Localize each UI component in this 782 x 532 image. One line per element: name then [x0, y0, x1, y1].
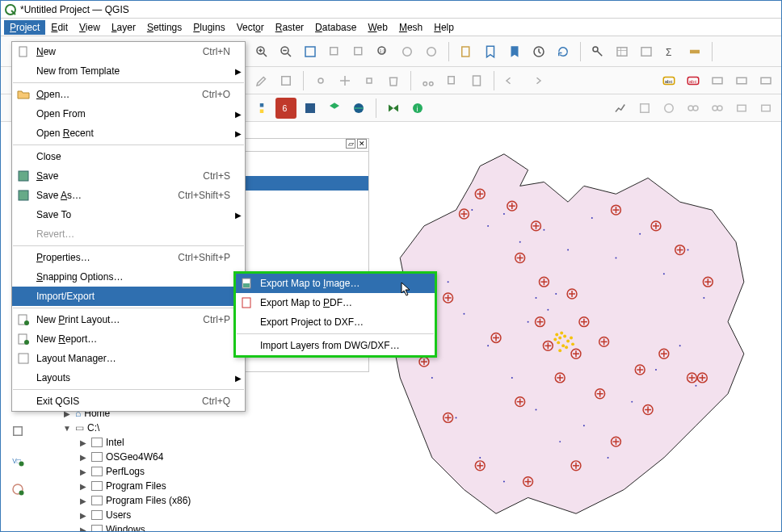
browser-pf[interactable]: ▶Program Files	[54, 479, 361, 493]
plugin-green-icon[interactable]	[324, 98, 345, 119]
identify-icon[interactable]	[587, 41, 608, 62]
measure-icon[interactable]	[684, 41, 705, 62]
plugin-red-icon[interactable]: 6	[275, 98, 296, 119]
save-edits-icon[interactable]	[275, 70, 296, 91]
gray2-icon[interactable]	[658, 98, 679, 119]
menu-open-from[interactable]: Open From▶	[12, 104, 245, 124]
menu-view[interactable]: View	[74, 20, 106, 35]
menu-project[interactable]: Project	[4, 20, 45, 35]
field-calc-icon[interactable]	[636, 41, 657, 62]
submenu-import-dwg[interactable]: Import Layers from DWG/DXF…	[236, 336, 435, 355]
submenu-export-image[interactable]: Export Map to Image…	[236, 274, 435, 293]
menu-save-as[interactable]: Save As…Ctrl+Shift+S	[12, 186, 245, 205]
svg-point-80	[687, 249, 689, 251]
label-abc-icon[interactable]: abc	[658, 70, 679, 91]
move-feature-icon[interactable]	[334, 70, 355, 91]
menu-new-print-layout[interactable]: New Print Layout…Ctrl+P	[12, 310, 245, 329]
gray3-icon[interactable]	[683, 98, 704, 119]
menu-settings[interactable]: Settings	[141, 20, 187, 35]
menu-layouts[interactable]: Layouts▶	[12, 368, 245, 387]
menu-save[interactable]: SaveCtrl+S	[12, 166, 245, 186]
menu-web[interactable]: Web	[362, 20, 393, 35]
zoom-next-icon[interactable]	[421, 41, 442, 62]
paste-icon[interactable]	[466, 70, 487, 91]
zoom-in-icon[interactable]	[251, 41, 272, 62]
zoom-full-icon[interactable]	[300, 41, 321, 62]
svg-text:abc: abc	[665, 79, 673, 84]
label5-icon[interactable]	[755, 70, 776, 91]
new-bookmark-icon[interactable]	[480, 41, 501, 62]
svg-rect-17	[282, 76, 291, 85]
gray4-icon[interactable]	[707, 98, 728, 119]
zoom-last-icon[interactable]	[397, 41, 418, 62]
browser-intel[interactable]: ▶Intel	[54, 435, 361, 450]
menu-database[interactable]: Database	[309, 20, 362, 35]
gray6-icon[interactable]	[755, 98, 776, 119]
add-db2-icon[interactable]	[6, 419, 30, 443]
browser-users[interactable]: ▶Users	[54, 508, 361, 522]
browser-c-drive[interactable]: ▼▭C:\	[54, 421, 361, 435]
node-tool-icon[interactable]	[359, 70, 380, 91]
label3-icon[interactable]	[707, 70, 728, 91]
zoom-layer-icon[interactable]	[348, 41, 369, 62]
gray5-icon[interactable]	[731, 98, 752, 119]
menu-layer[interactable]: Layer	[106, 20, 141, 35]
menu-plugins[interactable]: Plugins	[187, 20, 230, 35]
menu-close[interactable]: Close	[12, 147, 245, 166]
svg-rect-59	[19, 47, 27, 57]
menu-mesh[interactable]: Mesh	[393, 20, 428, 35]
browser-osgeo[interactable]: ▶OSGeo4W64	[54, 450, 361, 464]
cut-icon[interactable]	[418, 70, 439, 91]
delete-sel-icon[interactable]	[383, 70, 404, 91]
gray1-icon[interactable]	[634, 98, 655, 119]
plugin-bowtie-icon[interactable]	[383, 98, 404, 119]
menu-open-recent[interactable]: Open Recent▶	[12, 124, 245, 143]
panel-close-icon[interactable]: ✕	[357, 139, 367, 149]
svg-rect-13	[617, 47, 627, 56]
label4-icon[interactable]	[731, 70, 752, 91]
temporal-icon[interactable]	[528, 41, 549, 62]
plugin-info-icon[interactable]: i	[407, 98, 428, 119]
menu-save-to[interactable]: Save To▶	[12, 205, 245, 224]
plugin-blue-icon[interactable]	[300, 98, 321, 119]
menu-new-from-template[interactable]: New from Template▶	[12, 61, 245, 81]
menu-snapping[interactable]: Snapping Options…	[12, 267, 245, 287]
menu-import-export[interactable]: Import/Export▶	[12, 287, 245, 306]
add-virtual-icon[interactable]: V□	[6, 448, 30, 472]
chart-line-icon[interactable]	[610, 98, 631, 119]
python-icon[interactable]	[251, 98, 272, 119]
menu-help[interactable]: Help	[428, 20, 460, 35]
menu-raster[interactable]: Raster	[270, 20, 309, 35]
edit-toggle-icon[interactable]	[251, 70, 272, 91]
menu-new[interactable]: NewCtrl+N	[12, 42, 245, 61]
panel-undock-icon[interactable]: ▱	[346, 139, 355, 149]
label-abc2-icon[interactable]: abc	[683, 70, 704, 91]
browser-perflogs[interactable]: ▶PerfLogs	[54, 464, 361, 479]
menu-edit[interactable]: Edit	[45, 20, 74, 35]
undo-icon[interactable]	[501, 70, 522, 91]
add-feature-icon[interactable]	[310, 70, 331, 91]
menu-properties[interactable]: Properties…Ctrl+Shift+P	[12, 248, 245, 267]
menu-new-report[interactable]: New Report…	[12, 329, 245, 349]
zoom-native-icon[interactable]: 1:1	[372, 41, 393, 62]
zoom-out-icon[interactable]	[275, 41, 296, 62]
menu-open[interactable]: Open…Ctrl+O	[12, 85, 245, 104]
add-wms-icon[interactable]	[6, 477, 30, 501]
open-table-icon[interactable]	[612, 41, 633, 62]
submenu-export-pdf[interactable]: Export Map to PDF…	[236, 293, 435, 312]
redo-icon[interactable]	[525, 70, 546, 91]
copy-icon[interactable]	[442, 70, 463, 91]
svg-rect-32	[305, 103, 315, 113]
show-bookmarks-icon[interactable]	[504, 41, 525, 62]
menu-vector[interactable]: Vector	[231, 20, 270, 35]
new-map-icon[interactable]	[456, 41, 477, 62]
plugin-globe-icon[interactable]	[348, 98, 369, 119]
menu-layout-manager[interactable]: Layout Manager…	[12, 349, 245, 368]
browser-pf86[interactable]: ▶Program Files (x86)	[54, 493, 361, 508]
menu-exit[interactable]: Exit QGISCtrl+Q	[12, 392, 245, 411]
submenu-export-dxf[interactable]: Export Project to DXF…	[236, 312, 435, 332]
browser-windows[interactable]: ▶Windows	[54, 522, 361, 532]
zoom-selection-icon[interactable]	[324, 41, 345, 62]
refresh-icon[interactable]	[553, 41, 574, 62]
stats-icon[interactable]: Σ	[660, 41, 681, 62]
